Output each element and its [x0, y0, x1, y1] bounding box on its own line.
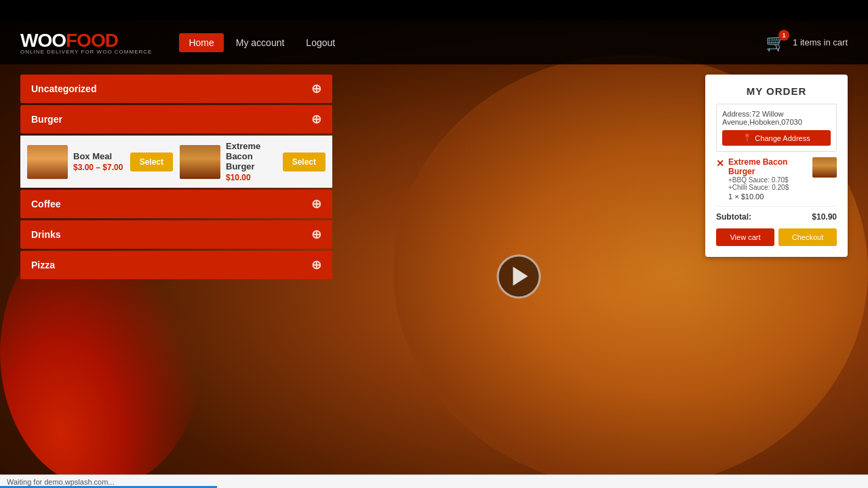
product-extreme-bacon-price: $10.00 [226, 173, 277, 182]
main-nav: Home My account Logout [179, 33, 344, 52]
category-coffee[interactable]: Coffee ⊕ [20, 190, 332, 218]
header-right: 🛒 1 1 items in cart [766, 33, 848, 52]
nav-logout[interactable]: Logout [296, 33, 344, 52]
category-uncategorized-toggle: ⊕ [311, 81, 321, 96]
status-text: Waiting for demo.wpslash.com... [7, 478, 115, 486]
address-label: Address: [722, 110, 751, 118]
address-text: Address:72 Willow Avenue,Hoboken,07030 [722, 110, 831, 126]
category-uncategorized[interactable]: Uncategorized ⊕ [20, 75, 332, 103]
main-content: Uncategorized ⊕ Burger ⊕ Box Meal $3.00 … [0, 64, 868, 488]
product-box-meal-thumb [27, 145, 68, 179]
category-burger-toggle: ⊕ [311, 112, 321, 127]
burger-products-row: Box Meal $3.00 – $7.00 Select Extreme Ba… [20, 136, 332, 188]
order-title: MY ORDER [716, 85, 837, 97]
nav-home[interactable]: Home [179, 33, 223, 52]
nav-my-account[interactable]: My account [226, 33, 294, 52]
product-extreme-bacon-select-btn[interactable]: Select [283, 152, 326, 171]
product-box-meal: Box Meal $3.00 – $7.00 Select [27, 145, 173, 179]
top-bar [0, 0, 868, 20]
subtotal-label: Subtotal: [716, 212, 751, 222]
order-item-addon-chilli: +Chilli Sauce: 0.20$ [728, 184, 808, 191]
logo: WOO FOOD ONLINE DELIVERY FOR WOO COMMERC… [20, 30, 152, 55]
remove-item-btn[interactable]: ✕ [716, 158, 724, 169]
cart-badge: 1 [778, 30, 789, 41]
address-box: Address:72 Willow Avenue,Hoboken,07030 📍… [716, 104, 837, 152]
view-cart-btn[interactable]: View cart [716, 228, 774, 246]
play-button[interactable] [497, 254, 541, 298]
order-item-row: ✕ Extreme Bacon Burger +BBQ Sauce: 0.70$… [716, 157, 837, 201]
change-address-label: Change Address [755, 134, 810, 142]
category-coffee-toggle: ⊕ [311, 197, 321, 211]
category-burger[interactable]: Burger ⊕ [20, 105, 332, 134]
category-drinks[interactable]: Drinks ⊕ [20, 220, 332, 249]
subtotal-row: Subtotal: $10.90 [716, 212, 837, 222]
product-extreme-bacon-burger: Extreme Bacon Burger $10.00 Select [180, 141, 326, 182]
category-coffee-label: Coffee [31, 199, 61, 209]
logo-text-block: WOO FOOD ONLINE DELIVERY FOR WOO COMMERC… [20, 30, 152, 55]
order-item-addon-bbq: +BBQ Sauce: 0.70$ [728, 176, 808, 184]
cart-text: 1 items in cart [793, 37, 848, 47]
checkout-btn[interactable]: Checkout [778, 228, 837, 246]
header: WOO FOOD ONLINE DELIVERY FOR WOO COMMERC… [0, 20, 868, 64]
product-box-meal-name: Box Meal [73, 151, 125, 161]
product-extreme-bacon-info: Extreme Bacon Burger $10.00 [226, 141, 277, 182]
cart-icon-wrapper[interactable]: 🛒 1 [766, 33, 786, 52]
play-button-overlay [497, 254, 541, 298]
play-triangle-icon [513, 267, 528, 286]
category-pizza[interactable]: Pizza ⊕ [20, 251, 332, 279]
category-pizza-label: Pizza [31, 260, 55, 270]
menu-panel: Uncategorized ⊕ Burger ⊕ Box Meal $3.00 … [20, 75, 332, 478]
order-actions: View cart Checkout [716, 228, 837, 246]
product-box-meal-info: Box Meal $3.00 – $7.00 [73, 151, 125, 172]
product-extreme-bacon-thumb [180, 145, 220, 179]
order-item-thumb [812, 157, 837, 178]
category-pizza-toggle: ⊕ [311, 258, 321, 272]
status-bar: Waiting for demo.wpslash.com... [0, 474, 868, 488]
center-area [346, 75, 692, 478]
category-uncategorized-label: Uncategorized [31, 83, 96, 94]
product-extreme-bacon-name: Extreme Bacon Burger [226, 141, 277, 171]
pin-icon: 📍 [743, 134, 752, 142]
change-address-btn[interactable]: 📍 Change Address [722, 130, 831, 146]
logo-sub: ONLINE DELIVERY FOR WOO COMMERCE [20, 49, 152, 55]
order-divider [716, 206, 837, 207]
category-burger-label: Burger [31, 114, 62, 125]
order-panel: MY ORDER Address:72 Willow Avenue,Hoboke… [705, 75, 848, 257]
product-box-meal-select-btn[interactable]: Select [130, 152, 173, 171]
product-box-meal-price: $3.00 – $7.00 [73, 163, 125, 172]
category-drinks-label: Drinks [31, 229, 61, 240]
category-drinks-toggle: ⊕ [311, 227, 321, 242]
subtotal-value: $10.90 [812, 212, 837, 222]
order-item-details: Extreme Bacon Burger +BBQ Sauce: 0.70$ +… [728, 157, 808, 201]
order-item-qty: 1 × $10.00 [728, 192, 808, 201]
order-item-name: Extreme Bacon Burger [728, 157, 808, 176]
